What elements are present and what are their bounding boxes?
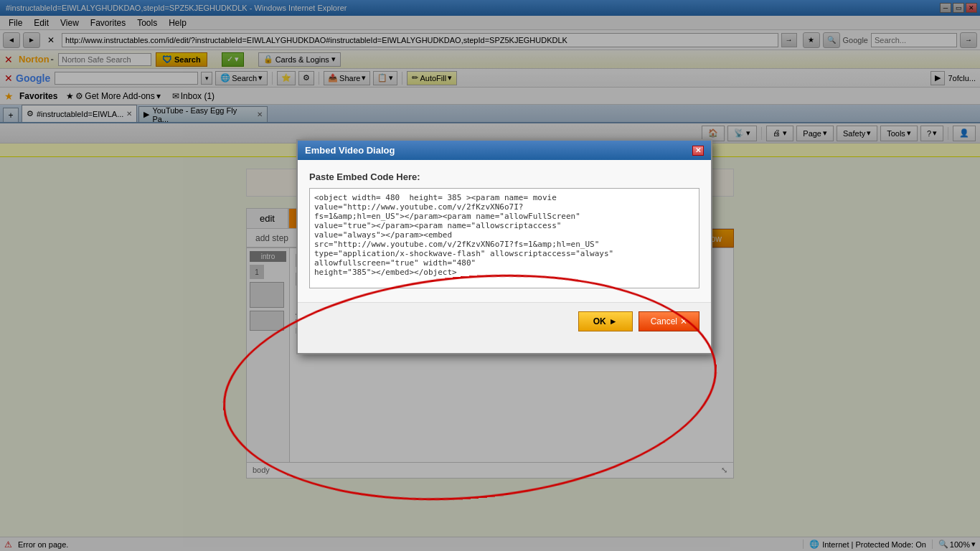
modal-title: Embed Video Dialog: [305, 145, 395, 156]
modal-cancel-button[interactable]: Cancel ✕: [639, 311, 699, 331]
modal-close-button[interactable]: ✕: [692, 146, 704, 156]
ok-label: OK: [593, 316, 606, 326]
modal-header: Embed Video Dialog ✕: [298, 141, 711, 160]
embed-code-textarea[interactable]: <object width= 480 height= 385 ><param n…: [309, 188, 699, 288]
modal-ok-button[interactable]: OK ►: [578, 311, 633, 331]
modal-label: Paste Embed Code Here:: [309, 171, 699, 182]
modal-footer: OK ► Cancel ✕: [298, 302, 711, 340]
ok-arrow-icon: ►: [609, 316, 618, 326]
cancel-x-icon: ✕: [680, 316, 687, 326]
cancel-label: Cancel: [651, 316, 677, 326]
modal-body: Paste Embed Code Here: <object width= 48…: [298, 160, 711, 302]
embed-video-dialog: Embed Video Dialog ✕ Paste Embed Code He…: [296, 139, 712, 354]
modal-overlay: Embed Video Dialog ✕ Paste Embed Code He…: [0, 0, 980, 551]
